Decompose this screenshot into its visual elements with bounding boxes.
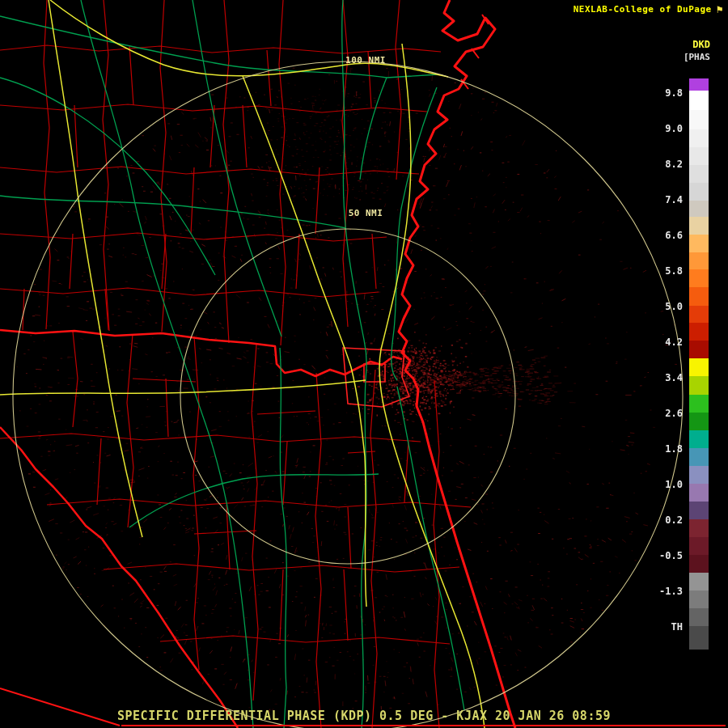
colorbar-segment	[689, 269, 709, 287]
colorbar-segment	[689, 395, 709, 413]
colorbar-segment	[689, 235, 709, 252]
green-road	[280, 348, 286, 728]
range-ring-label-50: 50 NMI	[349, 208, 383, 218]
colorbar-segment	[689, 287, 709, 306]
colorbar-gradient	[689, 78, 709, 650]
colorbar-segment	[689, 608, 709, 626]
colorbar-segment	[689, 519, 709, 537]
colorbar-segment	[689, 466, 709, 484]
county-line	[23, 46, 408, 641]
colorbar-segment	[689, 537, 709, 555]
colorbar-segment	[689, 573, 709, 590]
threshold-label: TH	[671, 621, 683, 633]
base-map	[0, 0, 728, 728]
colorbar-segment	[689, 78, 709, 91]
green-road	[397, 387, 464, 710]
colorbar-segment	[689, 341, 709, 358]
colorbar-segment	[689, 430, 709, 448]
brand-bar: NEXLAB-College of DuPage ⚑	[574, 4, 723, 15]
range-rings	[13, 61, 683, 728]
green-road	[129, 474, 379, 527]
yellow-highway	[0, 380, 366, 395]
colorbar-segment	[689, 413, 709, 430]
county-line	[0, 45, 441, 297]
yellow-highway	[379, 44, 485, 728]
range-ring-label-100: 100 NMI	[345, 55, 386, 66]
colorbar-segment	[689, 91, 709, 110]
colorbar-segment	[689, 555, 709, 573]
colorbar-segment	[689, 252, 709, 269]
range-ring-100nmi	[13, 61, 683, 728]
colorbar-segment	[689, 129, 709, 147]
colorbar-segment	[689, 306, 709, 323]
green-road	[81, 0, 253, 728]
green-road	[360, 78, 387, 180]
colorbar-segment	[689, 217, 709, 235]
product-code: DKD	[684, 39, 710, 50]
yellow-highway	[49, 0, 142, 537]
colorbar-segment	[689, 448, 709, 466]
colorbar-segment	[689, 323, 709, 341]
colorbar-segment	[689, 183, 709, 201]
state-border-line	[0, 330, 402, 376]
units-label: [PHAS	[684, 52, 710, 62]
colorbar-segment	[689, 110, 709, 129]
cod-flag-icon: ⚑	[717, 4, 723, 15]
radar-display: NEXLAB-College of DuPage ⚑ DKD [PHAS 9.8…	[0, 0, 728, 728]
colorbar-header: DKD [PHAS	[684, 39, 710, 62]
colorbar-segment	[689, 358, 709, 376]
colorbar-segment	[689, 376, 709, 395]
colorbar-segment	[689, 590, 709, 608]
state-border	[0, 330, 402, 376]
yellow-highway	[243, 76, 365, 456]
gulf-coast	[0, 427, 238, 728]
colorbar-segment	[689, 165, 709, 183]
colorbar-segment	[689, 201, 709, 217]
colorbar-segment	[689, 484, 709, 502]
brand-text: NEXLAB-College of DuPage	[574, 4, 712, 15]
colorbar-segment	[689, 502, 709, 519]
colorbar-segment	[689, 147, 709, 165]
gulf-coastline	[0, 427, 238, 728]
yellow-highway	[50, 0, 448, 77]
product-caption: SPECIFIC DIFFERENTIAL PHASE (KDP) 0.5 DE…	[0, 709, 728, 723]
colorbar-segment	[689, 626, 709, 650]
